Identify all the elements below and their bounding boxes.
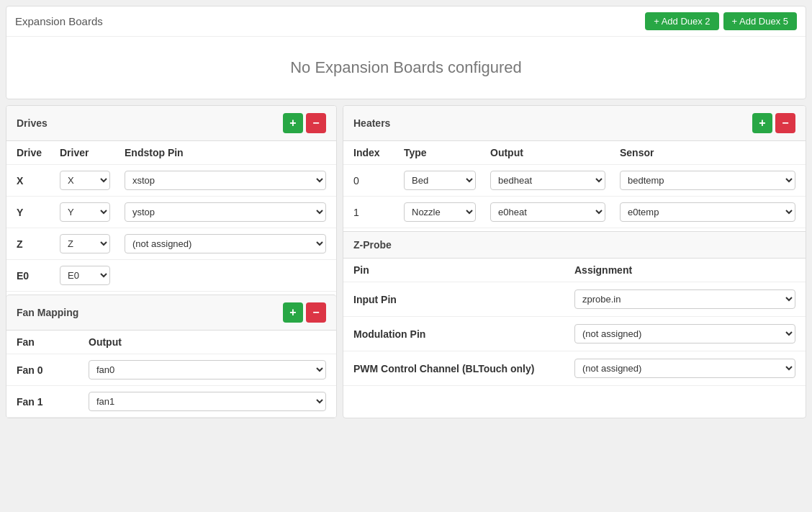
driver-select-e0[interactable]: E0 X Y Z [60, 266, 110, 285]
zprobe-pin-label-1: Modulation Pin [353, 328, 574, 340]
left-panel: Drives + − Drive Driver Endstop Pin X X … [6, 105, 337, 418]
fan-col-output: Output [89, 336, 326, 348]
drives-table-header: Drive Driver Endstop Pin [6, 141, 336, 165]
fan-add-button[interactable]: + [283, 302, 303, 323]
heater-sensor-select-0[interactable]: bedtemp e0temp (not assigned) [620, 171, 795, 190]
zprobe-table-header: Pin Assignment [343, 259, 806, 282]
endstop-cell-x: xstop (not assigned) ystop zstop [125, 171, 326, 190]
endstop-cell-z: (not assigned) xstop ystop zstop [125, 234, 326, 253]
zprobe-col-pin: Pin [353, 264, 574, 276]
drives-section-header: Drives + − [6, 106, 336, 141]
zprobe-pin-label-2: PWM Control Channel (BLTouch only) [353, 363, 574, 374]
fan-output-select-0[interactable]: fan0 fan1 (not assigned) [89, 360, 326, 379]
fan-output-cell-1: fan1 fan0 (not assigned) [89, 392, 326, 411]
zprobe-title: Z-Probe [353, 239, 392, 251]
right-panel: Heaters + − Index Type Output Sensor 0 B… [343, 105, 806, 418]
empty-message: No Expansion Boards configured [6, 37, 806, 99]
zprobe-assignment-cell-1: (not assigned) zprobe.in [574, 324, 795, 343]
heaters-remove-button[interactable]: − [775, 113, 795, 133]
expansion-boards-header: Expansion Boards + Add Duex 2 + Add Duex… [6, 6, 806, 37]
expansion-boards-panel: Expansion Boards + Add Duex 2 + Add Duex… [6, 6, 806, 99]
panels-row: Drives + − Drive Driver Endstop Pin X X … [6, 105, 806, 418]
heater-output-select-0[interactable]: bedheat e0heat (not assigned) [490, 171, 605, 190]
heaters-col-sensor: Sensor [620, 147, 795, 158]
heaters-col-index: Index [353, 147, 404, 158]
zprobe-section-header: Z-Probe [343, 231, 806, 259]
heater-type-cell-0: Bed Nozzle Chamber [404, 171, 490, 190]
heater-output-cell-1: e0heat bedheat (not assigned) [490, 202, 620, 222]
heaters-section-header: Heaters + − [343, 106, 806, 141]
heaters-title: Heaters [353, 117, 390, 129]
drive-label-y: Y [17, 207, 60, 218]
add-duex5-button[interactable]: + Add Duex 5 [723, 12, 797, 30]
zprobe-assignment-select-2[interactable]: (not assigned) zprobe.in [574, 359, 795, 378]
driver-cell-y: Y X Z E0 [60, 202, 125, 222]
zprobe-col-assignment: Assignment [574, 264, 795, 276]
heater-output-select-1[interactable]: e0heat bedheat (not assigned) [490, 202, 605, 222]
driver-cell-z: Z X Y E0 [60, 234, 125, 253]
drive-label-z: Z [17, 238, 60, 250]
heater-sensor-cell-1: e0temp bedtemp (not assigned) [620, 202, 795, 222]
drives-btn-group: + − [283, 113, 326, 133]
drive-label-e0: E0 [17, 270, 60, 282]
endstop-select-z[interactable]: (not assigned) xstop ystop zstop [125, 234, 326, 253]
driver-select-x[interactable]: X Y Z E0 [60, 171, 110, 190]
table-row: X X Y Z E0 xstop (not assigned) ystop zs… [6, 165, 336, 197]
fan-remove-button[interactable]: − [306, 302, 326, 323]
fan-mapping-btn-group: + − [283, 302, 326, 323]
heaters-btn-group: + − [752, 113, 795, 133]
drives-col-drive: Drive [17, 147, 60, 158]
driver-select-z[interactable]: Z X Y E0 [60, 234, 110, 253]
fan-output-cell-0: fan0 fan1 (not assigned) [89, 360, 326, 379]
zprobe-row: PWM Control Channel (BLTouch only) (not … [343, 351, 806, 386]
table-row: Z Z X Y E0 (not assigned) xstop ystop zs… [6, 228, 336, 260]
zprobe-assignment-cell-2: (not assigned) zprobe.in [574, 359, 795, 378]
heater-sensor-cell-0: bedtemp e0temp (not assigned) [620, 171, 795, 190]
fan-label-1: Fan 1 [17, 396, 89, 408]
fan-mapping-section-header: Fan Mapping + − [6, 295, 336, 331]
zprobe-assignment-cell-0: zprobe.in (not assigned) [574, 289, 795, 309]
table-row: E0 E0 X Y Z [6, 260, 336, 292]
fan-table-header: Fan Output [6, 331, 336, 354]
fan-output-select-1[interactable]: fan1 fan0 (not assigned) [89, 392, 326, 411]
heaters-col-type: Type [404, 147, 490, 158]
heaters-col-output: Output [490, 147, 620, 158]
fan-col-fan: Fan [17, 336, 89, 348]
fan-row: Fan 1 fan1 fan0 (not assigned) [6, 386, 336, 418]
heater-row: 1 Nozzle Bed Chamber e0heat bedheat (not… [343, 197, 806, 228]
table-row: Y Y X Z E0 ystop (not assigned) xstop zs… [6, 197, 336, 228]
zprobe-row: Modulation Pin (not assigned) zprobe.in [343, 317, 806, 351]
zprobe-assignment-select-1[interactable]: (not assigned) zprobe.in [574, 324, 795, 343]
fan-row: Fan 0 fan0 fan1 (not assigned) [6, 354, 336, 386]
heater-row: 0 Bed Nozzle Chamber bedheat e0heat (not… [343, 165, 806, 197]
heater-type-select-1[interactable]: Nozzle Bed Chamber [404, 202, 476, 222]
fan-mapping-title: Fan Mapping [17, 307, 78, 318]
driver-cell-e0: E0 X Y Z [60, 266, 125, 285]
zprobe-assignment-select-0[interactable]: zprobe.in (not assigned) [574, 289, 795, 309]
heater-type-select-0[interactable]: Bed Nozzle Chamber [404, 171, 476, 190]
expansion-boards-buttons: + Add Duex 2 + Add Duex 5 [645, 12, 797, 30]
add-duex2-button[interactable]: + Add Duex 2 [645, 12, 718, 30]
drives-col-driver: Driver [60, 147, 125, 158]
endstop-select-y[interactable]: ystop (not assigned) xstop zstop [125, 202, 326, 222]
heater-index-0: 0 [353, 175, 404, 187]
heater-type-cell-1: Nozzle Bed Chamber [404, 202, 490, 222]
heaters-add-button[interactable]: + [752, 113, 772, 133]
endstop-cell-y: ystop (not assigned) xstop zstop [125, 202, 326, 222]
heater-sensor-select-1[interactable]: e0temp bedtemp (not assigned) [620, 202, 795, 222]
drives-add-button[interactable]: + [283, 113, 303, 133]
drives-title: Drives [17, 117, 48, 129]
fan-label-0: Fan 0 [17, 364, 89, 376]
drives-remove-button[interactable]: − [306, 113, 326, 133]
driver-cell-x: X Y Z E0 [60, 171, 125, 190]
drive-label-x: X [17, 175, 60, 187]
expansion-boards-title: Expansion Boards [15, 15, 103, 27]
drives-col-endstop: Endstop Pin [125, 147, 326, 158]
heater-output-cell-0: bedheat e0heat (not assigned) [490, 171, 620, 190]
heater-index-1: 1 [353, 207, 404, 218]
zprobe-pin-label-0: Input Pin [353, 294, 574, 305]
endstop-select-x[interactable]: xstop (not assigned) ystop zstop [125, 171, 326, 190]
heaters-table-header: Index Type Output Sensor [343, 141, 806, 165]
driver-select-y[interactable]: Y X Z E0 [60, 202, 110, 222]
zprobe-row: Input Pin zprobe.in (not assigned) [343, 282, 806, 317]
